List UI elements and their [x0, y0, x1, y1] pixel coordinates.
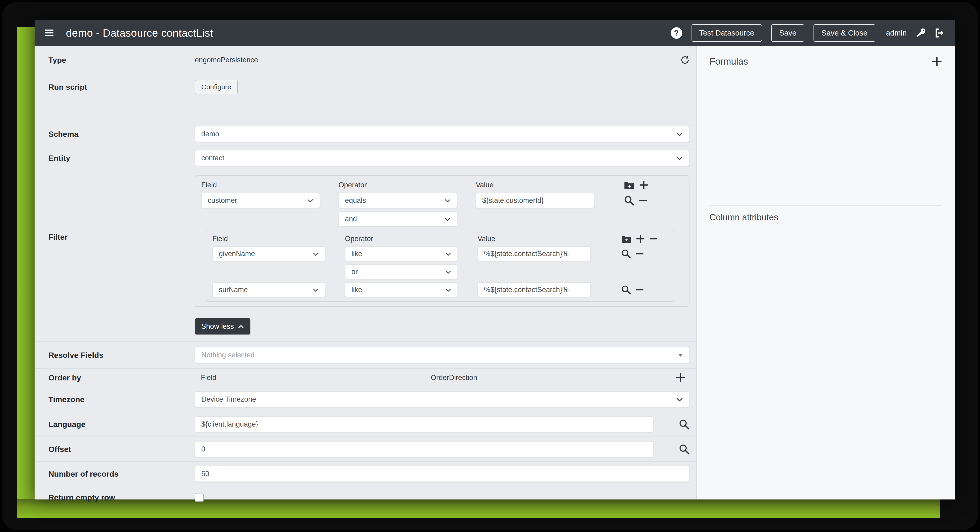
page-title: demo - Datasource contactList — [66, 27, 213, 39]
entity-label: Entity — [48, 154, 181, 162]
save-button[interactable]: Save — [771, 24, 804, 42]
username-label: admin — [886, 29, 907, 37]
test-datasource-button[interactable]: Test Datasource — [692, 24, 762, 42]
filter-group: Field Operator Value givenName — [206, 230, 674, 302]
filter-field-value: customer — [208, 196, 237, 205]
add-group-icon[interactable] — [624, 181, 635, 190]
add-formula-icon[interactable] — [932, 57, 942, 67]
key-icon[interactable] — [916, 28, 926, 38]
search-icon[interactable] — [679, 419, 689, 430]
group-value-header: Value — [477, 235, 590, 243]
chevron-down-icon — [445, 269, 452, 274]
order-by-label: Order by — [48, 373, 181, 382]
filter-operator-value: equals — [345, 196, 366, 205]
filter-value-header: Value — [476, 181, 595, 189]
entity-select[interactable]: contact — [195, 150, 689, 166]
remove-condition-icon[interactable] — [635, 285, 644, 294]
group-field-select-2[interactable]: surName — [212, 282, 325, 297]
run-script-label: Run script — [48, 83, 181, 92]
group-field-header: Field — [212, 235, 325, 243]
chevron-down-icon — [445, 287, 452, 293]
titlebar: demo - Datasource contactList ? Test Dat… — [35, 20, 955, 46]
show-less-label: Show less — [201, 322, 234, 331]
chevron-down-icon — [676, 397, 683, 402]
schema-label: Schema — [48, 130, 181, 139]
timezone-select[interactable]: Device Timezone — [195, 391, 689, 408]
group-operator-select-1[interactable]: like — [345, 246, 458, 261]
resolve-fields-row: Resolve Fields Nothing selected — [35, 342, 696, 369]
filter-field-header: Field — [201, 181, 320, 189]
group-conjunction-value: or — [352, 268, 358, 276]
add-condition-icon[interactable] — [636, 234, 645, 243]
help-icon[interactable]: ? — [671, 27, 682, 39]
chevron-down-icon — [445, 251, 452, 256]
filter-field-select[interactable]: customer — [201, 193, 320, 208]
entity-select-value: contact — [201, 154, 224, 162]
schema-row: Schema demo — [35, 122, 696, 146]
chevron-up-icon — [238, 324, 244, 329]
return-empty-row-label: Return empty row — [48, 493, 181, 502]
group-field-select-1[interactable]: givenName — [212, 246, 325, 261]
save-close-button[interactable]: Save & Close — [813, 24, 875, 42]
schema-select[interactable]: demo — [195, 126, 689, 142]
number-of-records-label: Number of records — [48, 470, 181, 478]
search-icon[interactable] — [679, 444, 689, 454]
group-operator-header: Operator — [345, 235, 458, 243]
show-less-button[interactable]: Show less — [195, 319, 250, 334]
logout-icon[interactable] — [935, 28, 945, 38]
filter-value-input[interactable] — [476, 193, 595, 208]
filter-operator-select[interactable]: equals — [339, 193, 457, 208]
number-of-records-input[interactable] — [195, 466, 689, 482]
order-by-row: Order by Field OrderDirection — [35, 369, 696, 387]
chevron-down-icon — [676, 155, 683, 161]
resolve-fields-multiselect[interactable]: Nothing selected — [195, 347, 689, 363]
order-by-direction-header: OrderDirection — [431, 374, 477, 382]
schema-select-value: demo — [201, 130, 219, 138]
configure-button[interactable]: Configure — [195, 80, 238, 94]
search-icon[interactable] — [621, 249, 631, 259]
search-icon[interactable] — [621, 285, 631, 295]
offset-row: Offset — [35, 437, 696, 462]
spacer-row — [35, 100, 696, 122]
timezone-select-value: Device Timezone — [201, 395, 256, 403]
remove-condition-icon[interactable] — [635, 249, 644, 258]
datasource-form: Type engomoPersistence Run script Config… — [35, 46, 696, 500]
formulas-title: Formulas — [710, 56, 748, 67]
language-row: Language — [35, 412, 696, 437]
filter-conjunction-select[interactable]: and — [339, 211, 457, 226]
refresh-icon[interactable] — [679, 55, 689, 65]
return-empty-row-row: Return empty row — [35, 486, 696, 508]
chevron-down-icon — [444, 198, 451, 203]
return-empty-row-checkbox[interactable] — [195, 493, 204, 502]
timezone-label: Timezone — [48, 395, 181, 404]
type-row: Type engomoPersistence — [35, 46, 696, 74]
add-order-icon[interactable] — [676, 373, 685, 382]
chevron-down-icon — [312, 287, 319, 293]
chevron-down-icon — [676, 131, 683, 137]
remove-condition-icon[interactable] — [639, 196, 648, 205]
filter-builder: Field Operator Value customer equals — [195, 175, 689, 307]
filter-row: Filter Field Operator Value customer — [35, 170, 696, 342]
group-field-value-2: surName — [219, 286, 248, 294]
group-conjunction-select[interactable]: or — [345, 264, 458, 279]
language-input[interactable] — [195, 416, 654, 432]
search-icon[interactable] — [624, 195, 634, 205]
add-group-icon[interactable] — [621, 235, 632, 243]
timezone-row: Timezone Device Timezone — [35, 387, 696, 412]
resolve-fields-placeholder: Nothing selected — [201, 351, 255, 359]
chevron-down-icon — [307, 198, 313, 203]
add-condition-icon[interactable] — [639, 180, 648, 190]
group-value-input-1[interactable] — [477, 246, 590, 261]
menu-icon[interactable] — [45, 30, 54, 36]
offset-label: Offset — [48, 445, 181, 454]
run-script-row: Run script Configure — [35, 74, 696, 100]
type-label: Type — [48, 56, 181, 65]
accent-stripe-left — [17, 27, 35, 518]
offset-input[interactable] — [195, 441, 654, 457]
chevron-down-icon — [444, 216, 451, 222]
group-operator-value-1: like — [352, 250, 362, 258]
remove-group-icon[interactable] — [649, 234, 658, 243]
resolve-fields-label: Resolve Fields — [48, 350, 181, 360]
group-operator-select-2[interactable]: like — [345, 282, 458, 297]
group-value-input-2[interactable] — [477, 282, 590, 297]
